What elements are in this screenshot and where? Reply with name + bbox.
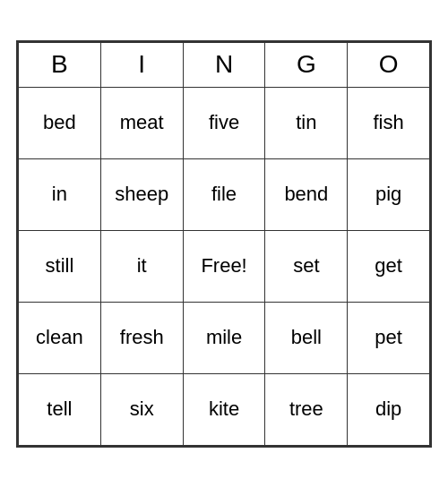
cell-4-3: tree bbox=[265, 373, 348, 445]
col-g: G bbox=[265, 42, 348, 87]
row-1: insheepfilebendpig bbox=[19, 158, 430, 230]
cell-2-0: still bbox=[19, 230, 101, 302]
row-3: cleanfreshmilebellpet bbox=[19, 302, 430, 373]
cell-3-4: pet bbox=[348, 302, 430, 373]
bingo-table: B I N G O bedmeatfivetinfishinsheepfileb… bbox=[18, 42, 430, 446]
cell-3-2: mile bbox=[183, 302, 265, 373]
cell-4-1: six bbox=[100, 373, 183, 445]
col-o: O bbox=[348, 42, 430, 87]
cell-2-4: get bbox=[348, 230, 430, 302]
cell-1-2: file bbox=[183, 158, 265, 230]
cell-1-0: in bbox=[19, 158, 101, 230]
bingo-card: B I N G O bedmeatfivetinfishinsheepfileb… bbox=[16, 40, 432, 448]
row-2: stillitFree!setget bbox=[19, 230, 430, 302]
cell-0-0: bed bbox=[19, 87, 101, 158]
cell-0-4: fish bbox=[348, 87, 430, 158]
col-n: N bbox=[183, 42, 265, 87]
cell-1-3: bend bbox=[265, 158, 348, 230]
cell-3-1: fresh bbox=[100, 302, 183, 373]
cell-2-3: set bbox=[265, 230, 348, 302]
cell-0-2: five bbox=[183, 87, 265, 158]
col-i: I bbox=[100, 42, 183, 87]
cell-4-2: kite bbox=[183, 373, 265, 445]
cell-1-4: pig bbox=[348, 158, 430, 230]
col-b: B bbox=[19, 42, 101, 87]
cell-3-3: bell bbox=[265, 302, 348, 373]
cell-4-0: tell bbox=[19, 373, 101, 445]
cell-3-0: clean bbox=[19, 302, 101, 373]
cell-1-1: sheep bbox=[100, 158, 183, 230]
row-4: tellsixkitetreedip bbox=[19, 373, 430, 445]
cell-2-1: it bbox=[100, 230, 183, 302]
header-row: B I N G O bbox=[19, 42, 430, 87]
row-0: bedmeatfivetinfish bbox=[19, 87, 430, 158]
cell-4-4: dip bbox=[348, 373, 430, 445]
cell-0-1: meat bbox=[100, 87, 183, 158]
cell-0-3: tin bbox=[265, 87, 348, 158]
cell-2-2: Free! bbox=[183, 230, 265, 302]
